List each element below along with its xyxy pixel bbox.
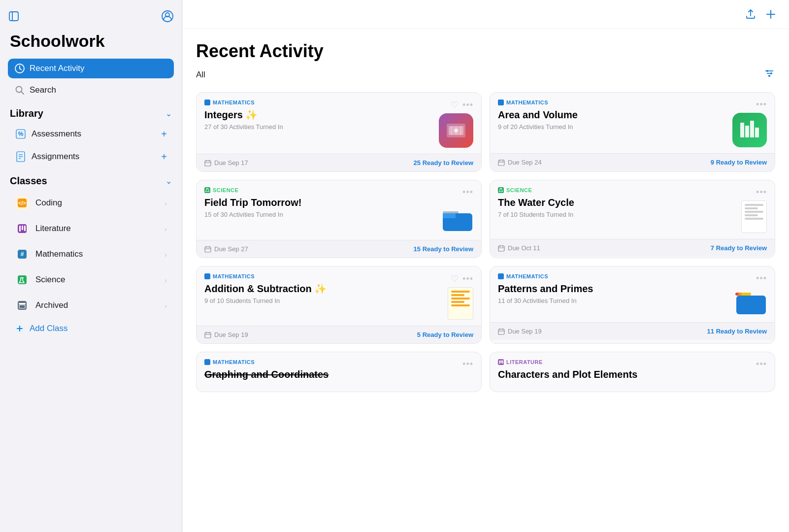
card-addition-review[interactable]: 5 Ready to Review [417,331,473,338]
card-field-trip[interactable]: SCIENCE Field Trip Tomorrow! 15 of 30 Ac… [196,180,482,258]
card-water-cycle-due: Due Oct 11 [508,244,540,252]
svg-rect-37 [204,100,210,105]
svg-rect-45 [205,161,211,166]
card-characters-plot[interactable]: LITERATURE Characters and Plot Elements … [490,352,775,392]
card-area-volume-more[interactable]: ••• [756,100,767,110]
science-chevron: › [164,276,167,284]
sidebar-item-assessments[interactable]: % Assessments + [8,123,174,145]
card-graphing[interactable]: MATHEMATICS Graphing and Coordinates ••• [196,352,482,392]
svg-point-35 [770,72,772,74]
main-toolbar [182,0,789,29]
card-water-cycle-review[interactable]: 7 Ready to Review [711,244,767,252]
card-integers[interactable]: MATHEMATICS Integers ✨ 27 of 30 Activiti… [196,92,482,172]
svg-rect-90 [501,361,502,364]
card-area-volume-subtitle: 9 of 20 Activities Turned In [498,123,732,131]
sidebar-item-coding[interactable]: </> Coding › [8,191,174,215]
card-water-cycle[interactable]: SCIENCE The Water Cycle 7 of 10 Students… [490,180,775,258]
svg-rect-51 [745,126,749,137]
add-icon [15,324,25,333]
card-integers-thumbnail [439,113,473,148]
sidebar-item-recent-activity[interactable]: Recent Activity [8,59,174,78]
card-integers-title: Integers ✨ [204,108,439,121]
svg-rect-69 [498,246,504,251]
sidebar-item-archived[interactable]: Archived › [8,293,174,318]
assignments-add-button[interactable]: + [161,151,167,163]
sidebar-item-recent-activity-label: Recent Activity [30,64,85,73]
add-button[interactable] [764,8,777,21]
profile-button[interactable] [161,10,174,23]
card-integers-subject: MATHEMATICS [213,100,255,105]
math-icon-5 [204,273,210,279]
classes-section-header[interactable]: Classes ⌄ [8,168,174,191]
svg-text:%: % [18,131,24,137]
mathematics-label: Mathematics [35,249,83,259]
calendar-icon-4 [498,245,505,252]
assessments-add-button[interactable]: + [161,129,167,140]
card-field-trip-review[interactable]: 15 Ready to Review [414,245,473,253]
app-title: Schoolwork [8,32,174,51]
card-addition-title: Addition & Subtraction ✨ [204,282,448,295]
card-addition-more[interactable]: ••• [462,274,473,284]
svg-rect-50 [740,123,744,137]
svg-point-44 [454,129,458,133]
science-label: Science [35,275,65,285]
card-graphing-more[interactable]: ••• [462,359,473,369]
svg-rect-81 [741,293,751,296]
sidebar-item-search[interactable]: Search [8,80,174,100]
card-water-cycle-subtitle: 7 of 10 Students Turned In [498,211,741,218]
add-class-button[interactable]: Add Class [8,319,174,338]
card-addition-heart[interactable]: ♡ [451,273,459,284]
card-patterns-due: Due Sep 19 [508,328,542,335]
filter-label: All [196,70,205,80]
card-field-trip-title: Field Trip Tomorrow! [204,196,442,209]
library-section-header[interactable]: Library ⌄ [8,101,174,123]
svg-rect-60 [443,211,459,213]
svg-text:</>: </> [18,200,26,206]
svg-rect-62 [443,213,456,218]
sidebar-item-search-label: Search [30,85,56,95]
sidebar-item-mathematics[interactable]: # Mathematics › [8,242,174,266]
calendar-icon-5 [204,332,211,338]
card-field-trip-due: Due Sep 27 [214,245,248,253]
sidebar: Schoolwork Recent Activity Search Librar… [0,0,182,532]
literature-chevron: › [164,225,167,233]
math-icon-2 [498,100,504,105]
filter-button[interactable] [763,67,775,82]
share-button[interactable] [745,8,756,20]
svg-rect-67 [498,187,504,193]
card-patterns-subject: MATHEMATICS [506,273,548,279]
sidebar-toggle-button[interactable] [8,10,20,22]
card-characters-more[interactable]: ••• [756,359,767,369]
classes-chevron: ⌄ [165,176,172,186]
card-integers-review[interactable]: 25 Ready to Review [414,159,473,166]
card-area-volume[interactable]: MATHEMATICS Area and Volume 9 of 20 Acti… [490,92,775,172]
card-area-volume-review[interactable]: 9 Ready to Review [711,159,767,166]
svg-rect-87 [204,359,210,365]
card-area-volume-title: Area and Volume [498,108,732,121]
card-field-trip-more[interactable]: ••• [462,187,473,198]
card-integers-more[interactable]: ••• [462,100,473,110]
filter-row: All [196,67,775,82]
calendar-icon-2 [498,159,505,166]
coding-chevron: › [164,199,167,207]
card-water-cycle-more[interactable]: ••• [756,187,767,198]
calendar-icon-1 [204,160,211,166]
svg-rect-82 [736,296,766,314]
card-integers-heart[interactable]: ♡ [451,100,459,110]
card-patterns-primes[interactable]: MATHEMATICS Patterns and Primes 11 of 30… [490,266,775,344]
sidebar-item-assignments[interactable]: Assignments + [8,146,174,167]
sidebar-item-science[interactable]: Science › [8,267,174,292]
card-area-volume-thumbnail [732,113,767,147]
card-patterns-more[interactable]: ••• [756,273,767,284]
card-patterns-review[interactable]: 11 Ready to Review [707,328,767,335]
page-title: Recent Activity [196,41,775,62]
archived-icon [15,298,30,313]
archived-label: Archived [35,300,68,310]
sidebar-item-literature[interactable]: Literature › [8,216,174,241]
card-addition-subtraction[interactable]: MATHEMATICS Addition & Subtraction ✨ 9 o… [196,266,482,344]
svg-rect-53 [755,128,759,137]
card-water-cycle-subject: SCIENCE [506,187,532,193]
math-icon-6 [498,273,504,279]
card-addition-thumbnail [448,287,473,320]
card-field-trip-subtitle: 15 of 30 Activities Turned In [204,211,442,218]
